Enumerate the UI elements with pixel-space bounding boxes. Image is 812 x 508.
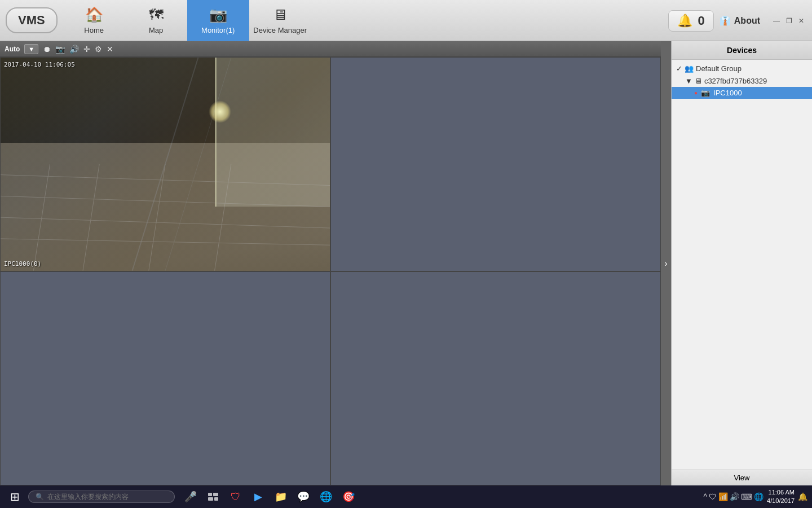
camera-feed — [1, 58, 330, 271]
taskbar-apps: 🎤 🛡 ▶ 📁 💬 🌐 🎯 — [180, 487, 359, 507]
notification-area: 🔔 0 — [668, 10, 714, 32]
about-button[interactable]: 👔 About — [720, 15, 760, 26]
audio-icon[interactable]: 🔊 — [69, 45, 79, 54]
home-icon: 🏠 — [85, 6, 103, 24]
titlebar: VMS 🏠 Home 🗺 Map 📷 Monitor(1) 🖥 Device M… — [0, 0, 812, 41]
nav-monitor-label: Monitor(1) — [201, 26, 235, 34]
svg-line-1 — [1, 196, 330, 207]
about-label: About — [734, 16, 760, 26]
taskbar: ⊞ 🔍 🎤 🛡 ▶ 📁 💬 🌐 🎯 ^ 🛡 📶 🔊 ⌨ 🌐 — [0, 485, 812, 508]
devices-tree: ✓ 👥 Default Group ▼ 🖥 c327fbd737b63329 ●… — [672, 60, 812, 470]
close-button[interactable]: ✕ — [796, 16, 806, 26]
video-cell-3[interactable] — [0, 271, 330, 486]
video-grid: 2017-04-10 11:06:05 IPC1000(0) — [0, 57, 661, 485]
video-toolbar: Auto ▼ ⏺ 📷 🔊 ✛ ⚙ ✕ — [0, 41, 661, 57]
video-cell-4[interactable] — [330, 271, 661, 486]
tray-security[interactable]: 🛡 — [709, 492, 717, 501]
close-feed-icon[interactable]: ✕ — [107, 45, 113, 54]
clock-time: 11:06 AM — [767, 488, 795, 497]
monitor-icon: 📷 — [209, 6, 227, 24]
tree-camera-ipc1000[interactable]: ● 📷 IPC1000 — [672, 87, 812, 99]
tray-keyboard[interactable]: ⌨ — [741, 492, 752, 501]
device-label: c327fbd737b63329 — [704, 77, 767, 85]
minimize-button[interactable]: — — [771, 16, 782, 26]
camera-label: IPC1000(0) — [4, 260, 41, 268]
snapshot-icon[interactable]: 📷 — [55, 45, 65, 54]
record-icon[interactable]: ⏺ — [43, 45, 51, 54]
collapse-arrow-icon: › — [664, 259, 667, 269]
camera-timestamp: 2017-04-10 11:06:05 — [4, 61, 75, 68]
taskbar-app-voice[interactable]: 🎤 — [180, 487, 201, 507]
nav-home[interactable]: 🏠 Home — [63, 0, 125, 41]
svg-line-2 — [1, 217, 330, 228]
taskbar-app-files[interactable]: 📁 — [271, 487, 291, 507]
search-bar[interactable]: 🔍 — [28, 491, 175, 503]
group-icon: 👥 — [685, 64, 694, 73]
nav-map-label: Map — [149, 26, 163, 34]
taskbar-app-vms[interactable]: 🎯 — [338, 487, 359, 507]
devices-view-button[interactable]: View — [672, 470, 812, 485]
floor-lines — [1, 58, 330, 271]
tree-device[interactable]: ▼ 🖥 c327fbd737b63329 — [672, 75, 812, 87]
devices-header: Devices — [672, 41, 812, 60]
camera-icon: 📷 — [701, 89, 710, 97]
nav-device-manager[interactable]: 🖥 Device Manager — [249, 0, 311, 41]
nav-monitor[interactable]: 📷 Monitor(1) — [187, 0, 249, 41]
collapse-handle[interactable]: › — [661, 41, 671, 485]
nav-home-label: Home — [84, 26, 104, 34]
video-area: Auto ▼ ⏺ 📷 🔊 ✛ ⚙ ✕ — [0, 41, 661, 485]
nav-map[interactable]: 🗺 Map — [125, 0, 187, 41]
svg-line-4 — [33, 164, 50, 271]
task-view-icon — [208, 493, 218, 501]
svg-line-3 — [1, 239, 330, 245]
taskbar-app-antivirus[interactable]: 🛡 — [226, 487, 246, 507]
restore-button[interactable]: ❐ — [784, 16, 794, 26]
notifications-icon[interactable]: 🔔 — [798, 492, 807, 501]
search-icon: 🔍 — [36, 493, 44, 501]
taskbar-app-chat[interactable]: 💬 — [293, 487, 314, 507]
tray-network[interactable]: 🌐 — [754, 492, 764, 501]
svg-rect-11 — [213, 493, 218, 496]
svg-rect-13 — [214, 497, 218, 501]
taskbar-app-media[interactable]: ▶ — [248, 487, 268, 507]
clock-date: 4/10/2017 — [767, 497, 795, 505]
move-icon[interactable]: ✛ — [83, 45, 90, 54]
svg-line-0 — [1, 175, 330, 186]
svg-rect-12 — [208, 497, 213, 501]
about-icon: 👔 — [720, 15, 731, 26]
device-expand-icon: ▼ — [685, 77, 692, 85]
video-cell-2[interactable] — [330, 57, 661, 271]
camera-tree-label: IPC1000 — [713, 89, 742, 97]
start-button[interactable]: ⊞ — [5, 487, 25, 507]
svg-rect-10 — [208, 493, 212, 496]
bell-icon: 🔔 — [677, 14, 692, 28]
notification-count: 0 — [698, 14, 705, 28]
device-manager-icon: 🖥 — [273, 6, 288, 24]
main-content: Auto ▼ ⏺ 📷 🔊 ✛ ⚙ ✕ — [0, 41, 812, 485]
auto-dropdown[interactable]: ▼ — [24, 44, 38, 54]
windows-icon: ⊞ — [10, 490, 20, 503]
vms-logo[interactable]: VMS — [6, 7, 58, 33]
svg-line-8 — [133, 58, 198, 271]
svg-line-5 — [83, 164, 99, 271]
devices-panel: Devices ✓ 👥 Default Group ▼ 🖥 c327fbd737… — [671, 41, 812, 485]
camera-status-icon: ● — [694, 90, 698, 96]
taskbar-right: ^ 🛡 📶 🔊 ⌨ 🌐 11:06 AM 4/10/2017 🔔 — [703, 488, 807, 506]
taskbar-app-task-view[interactable] — [203, 487, 223, 507]
tree-group-default[interactable]: ✓ 👥 Default Group — [672, 62, 812, 75]
video-cell-1[interactable]: 2017-04-10 11:06:05 IPC1000(0) — [0, 57, 330, 271]
tray-volume[interactable]: 🔊 — [730, 492, 739, 501]
tray-wifi[interactable]: 📶 — [718, 492, 728, 501]
map-icon: 🗺 — [149, 6, 164, 24]
nav-device-manager-label: Device Manager — [253, 26, 307, 34]
settings-icon[interactable]: ⚙ — [95, 45, 102, 54]
sys-tray: ^ 🛡 📶 🔊 ⌨ 🌐 — [703, 492, 764, 501]
clock: 11:06 AM 4/10/2017 — [767, 488, 795, 506]
search-input[interactable] — [47, 493, 160, 501]
taskbar-app-chrome[interactable]: 🌐 — [316, 487, 336, 507]
tray-chevron[interactable]: ^ — [703, 492, 707, 501]
about-area: 🔔 0 👔 About — ❐ ✕ — [668, 0, 812, 41]
group-label: Default Group — [696, 64, 742, 73]
svg-line-7 — [215, 164, 231, 271]
window-controls: — ❐ ✕ — [771, 16, 806, 26]
